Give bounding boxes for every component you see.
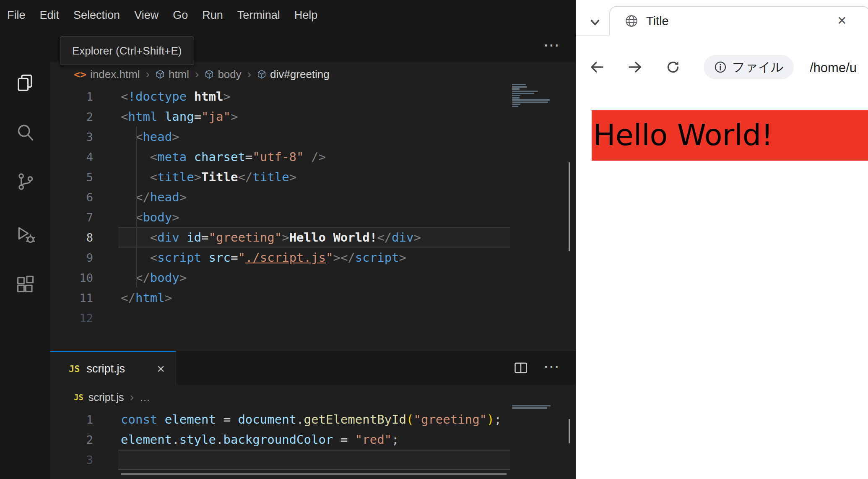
menu-help[interactable]: Help <box>287 9 325 22</box>
menu-edit[interactable]: Edit <box>33 9 67 22</box>
line-number: 8 <box>50 231 93 244</box>
menu-selection[interactable]: Selection <box>66 9 127 22</box>
close-tab-icon[interactable]: × <box>837 12 847 29</box>
line-number: 1 <box>50 413 93 426</box>
menu-bar: File Edit Selection View Go Run Terminal… <box>0 0 576 31</box>
line-number: 5 <box>50 171 93 184</box>
code-line[interactable]: 7 <body> <box>50 207 576 227</box>
code-line[interactable]: 2element.style.backgroundColor = "red"; <box>50 430 576 450</box>
address-bar[interactable]: ファイル <box>704 55 794 79</box>
menu-terminal[interactable]: Terminal <box>230 9 287 22</box>
tab-script-js[interactable]: JS script.js × <box>50 351 176 385</box>
breadcrumb-file-label: index.html <box>90 68 140 81</box>
breadcrumb: <> index.html › html › body <box>50 62 576 86</box>
minimap[interactable] <box>512 84 552 110</box>
tab-label: script.js <box>87 362 125 375</box>
breadcrumb-item-html[interactable]: html <box>156 68 189 81</box>
code-line[interactable]: 9 <script src="./script.js"></script> <box>50 247 576 268</box>
code-line[interactable]: 3 <box>50 450 576 470</box>
activity-bar <box>0 31 50 479</box>
page-red-block: Hello World! <box>592 110 868 161</box>
search-icon[interactable] <box>15 122 35 143</box>
breadcrumb-item-script-js[interactable]: script.js <box>88 391 124 404</box>
split-editor-icon[interactable] <box>513 360 528 377</box>
forward-button[interactable] <box>626 59 643 75</box>
js-file-icon: JS <box>74 393 83 402</box>
line-number: 7 <box>50 211 93 224</box>
horizontal-scrollbar[interactable] <box>121 473 507 475</box>
hello-world-text: Hello World! <box>593 118 773 152</box>
line-number: 1 <box>50 90 93 103</box>
line-number: 10 <box>50 271 93 284</box>
line-number: 3 <box>50 130 93 143</box>
code-line[interactable]: 1<!doctype html> <box>50 86 576 107</box>
extensions-icon[interactable] <box>15 275 35 295</box>
line-number: 9 <box>50 251 93 264</box>
symbol-cube-icon <box>156 70 165 79</box>
breadcrumb-item-body[interactable]: body <box>205 68 241 81</box>
screen: File Edit Selection View Go Run Terminal… <box>0 0 868 479</box>
vertical-scrollbar[interactable] <box>569 419 570 443</box>
back-button[interactable] <box>589 59 606 75</box>
code-line[interactable]: 4 <meta charset="utf-8" /> <box>50 147 576 167</box>
code-line[interactable]: 10 </body> <box>50 268 576 288</box>
line-number: 2 <box>50 433 93 446</box>
editor-more-actions-button[interactable]: ⋯ <box>543 36 559 53</box>
code-line[interactable]: 11</html> <box>50 288 576 308</box>
browser-tab-title: Title <box>646 14 669 28</box>
line-number: 11 <box>50 292 93 305</box>
explorer-tooltip: Explorer (Ctrl+Shift+E) <box>60 36 194 65</box>
reload-button[interactable] <box>665 59 681 75</box>
code-editor-js[interactable]: 1const element = document.getElementById… <box>50 409 576 470</box>
indent-guide <box>136 127 137 288</box>
tab-strip-divider <box>576 35 609 36</box>
minimap[interactable] <box>512 405 552 412</box>
browser-window: Title × <box>576 0 868 479</box>
code-line[interactable]: 6 </head> <box>50 187 576 207</box>
code-line[interactable]: 2<html lang="ja"> <box>50 107 576 127</box>
panel-more-actions-button[interactable]: ⋯ <box>543 358 559 375</box>
code-line[interactable]: 12 <box>50 308 576 328</box>
chevron-separator-icon: › <box>130 390 134 404</box>
close-tab-icon[interactable]: × <box>157 361 165 377</box>
code-line[interactable]: 5 <title>Title</title> <box>50 167 576 187</box>
code-line[interactable]: 1const element = document.getElementById… <box>50 409 576 430</box>
address-chip-label: ファイル <box>732 59 784 76</box>
line-number: 3 <box>50 453 93 466</box>
breadcrumb-script: JS script.js › … <box>50 385 576 409</box>
js-file-icon: JS <box>69 364 80 374</box>
vertical-scrollbar[interactable] <box>569 162 570 251</box>
run-debug-icon[interactable] <box>15 224 35 245</box>
globe-icon <box>624 14 639 28</box>
breadcrumb-label: div#greeting <box>270 68 330 81</box>
line-number: 2 <box>50 110 93 123</box>
code-editor-html[interactable]: 1<!doctype html>2<html lang="ja">3 <head… <box>50 86 576 328</box>
browser-tab[interactable]: Title × <box>609 6 868 35</box>
panel-tab-bar: JS script.js × ⋯ <box>50 351 576 385</box>
breadcrumb-label: html <box>169 68 189 81</box>
html-file-icon: <> <box>74 68 86 81</box>
menu-go[interactable]: Go <box>166 9 195 22</box>
breadcrumb-label: body <box>218 68 241 81</box>
line-number: 12 <box>50 312 93 325</box>
breadcrumb-item-more[interactable]: … <box>140 391 150 404</box>
line-number: 4 <box>50 151 93 164</box>
menu-file[interactable]: File <box>0 9 33 22</box>
breadcrumb-item-file[interactable]: <> index.html <box>74 68 140 81</box>
tab-search-chevron-icon[interactable] <box>588 15 602 29</box>
info-icon[interactable] <box>714 60 727 74</box>
source-control-icon[interactable] <box>15 172 35 192</box>
menu-run[interactable]: Run <box>195 9 230 22</box>
menu-view[interactable]: View <box>127 9 166 22</box>
code-line[interactable]: 3 <head> <box>50 127 576 147</box>
address-url[interactable]: /home/u <box>810 60 857 75</box>
chevron-separator-icon: › <box>247 68 251 81</box>
symbol-cube-icon <box>257 70 266 79</box>
chevron-separator-icon: › <box>146 68 150 81</box>
line-number: 6 <box>50 191 93 204</box>
breadcrumb-item-div-greeting[interactable]: div#greeting <box>257 68 330 81</box>
symbol-cube-icon <box>205 70 214 79</box>
code-line[interactable]: 8 <div id="greeting">Hello World!</div> <box>50 227 576 247</box>
explorer-icon[interactable] <box>15 73 35 93</box>
chevron-separator-icon: › <box>195 68 199 81</box>
